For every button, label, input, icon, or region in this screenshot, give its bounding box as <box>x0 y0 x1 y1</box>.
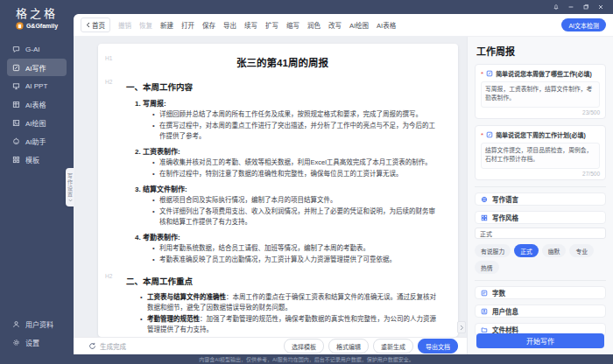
toolbar-continue-writing[interactable]: 续写 <box>244 20 257 30</box>
sidebar-item-label: AI写作 <box>25 63 46 73</box>
sidebar: 格之格 G&Gfamily G-AI AI写作 AI PPT AI表格 <box>0 0 74 354</box>
numbered-item: 2. 工资表制作: <box>135 146 439 156</box>
sidebar-item-ai-writing[interactable]: AI写作 <box>7 59 67 76</box>
next-week-field-card: * 简单说说您下周的工作计划(必填) 结算文件提交，项目品质检查，周例会，石材工… <box>475 125 606 180</box>
home-label: 首页 <box>92 20 105 30</box>
this-week-textarea[interactable]: 写周报，工资表制作，结算文件制作，考勤表制作。 <box>481 81 600 108</box>
chevron-down-icon <box>68 199 73 202</box>
pen-icon <box>12 64 20 72</box>
toolbar-new[interactable]: 新建 <box>160 20 173 30</box>
section-label: 字数 <box>492 288 505 298</box>
collapsed-settings-tab[interactable]: 写作设置 <box>66 168 74 206</box>
sidebar-item-ai-ppt[interactable]: AI PPT <box>7 77 67 94</box>
writing-language-section[interactable]: 写作语言 <box>475 192 606 206</box>
export-document-button[interactable]: 导出文档 <box>418 339 458 354</box>
required-asterisk: * <box>481 71 483 77</box>
ai-text-check-button[interactable]: AI文本检测 <box>561 18 606 32</box>
panel-title: 工作周报 <box>476 44 606 58</box>
chip-persuasive[interactable]: 有说服力 <box>475 244 511 257</box>
required-asterisk: * <box>481 132 483 138</box>
chip-humorous[interactable]: 幽默 <box>542 244 567 257</box>
toolbar-ai-draw[interactable]: AI绘图 <box>349 20 369 30</box>
sidebar-item-templates[interactable]: 模板 <box>7 150 67 168</box>
sidebar-item-ai-draw[interactable]: AI绘图 <box>7 114 67 131</box>
document-editor[interactable]: H1 张三的第41周的周报 H2 一、本周工作内容 1. 写周报: 详细回顾并总… <box>98 44 458 337</box>
toolbar-shorten-writing[interactable]: 缩写 <box>286 20 299 30</box>
app-window: 格之格 G&Gfamily G-AI AI写作 AI PPT AI表格 <box>0 0 613 364</box>
brand-name: G&Gfamily <box>26 23 58 29</box>
toolbar-polish[interactable]: 润色 <box>307 20 321 30</box>
format-edit-button[interactable]: 格式编辑 <box>328 339 369 354</box>
user-info-section[interactable]: 用户信息 <box>475 304 606 318</box>
sidebar-item-user-profile[interactable]: 用户资料 <box>7 315 67 332</box>
toolbar-rewrite[interactable]: 改写 <box>328 20 342 30</box>
bullet-item: 利用考勤系统数据，结合员工请假、加班等情况，编制了本周的考勤表。 <box>152 243 439 254</box>
collapsed-tab-label: 写作设置 <box>67 173 74 198</box>
toolbar-save[interactable]: 保存 <box>202 20 215 30</box>
maximize-icon[interactable] <box>582 4 589 10</box>
sidebar-item-label: G-AI <box>25 46 39 53</box>
regenerate-button[interactable]: 重新生成 <box>373 339 413 354</box>
sidebar-nav: G-AI AI写作 AI PPT AI表格 AI绘图 AI助手 <box>0 40 74 168</box>
gear-icon <box>12 339 20 346</box>
document-title: 张三的第41周的周报 <box>236 58 328 68</box>
panda-logo-icon <box>16 22 24 30</box>
sidebar-item-label: AI绘图 <box>25 118 46 128</box>
section-heading: 二、本周工作重点 <box>126 276 193 286</box>
main-area: 首页 撤销 恢复 新建 打开 保存 导出 续写 扩写 缩写 润色 改写 AI绘图… <box>74 14 613 354</box>
toolbar-expand-writing[interactable]: 扩写 <box>265 20 278 30</box>
minimize-icon[interactable] <box>567 4 574 10</box>
h2-marker: H2 <box>105 79 112 85</box>
h2-marker: H2 <box>105 273 112 279</box>
style-grid-icon <box>481 214 488 221</box>
section-label: 写作语言 <box>492 194 518 204</box>
word-count-icon <box>481 290 488 297</box>
style-input[interactable]: 正式 <box>475 228 606 239</box>
next-week-textarea[interactable]: 结算文件提交，项目品质检查，周例会，石材工作预计存档。 <box>481 143 600 169</box>
sidebar-item-label: 模板 <box>25 155 39 164</box>
chevron-left-icon <box>86 22 90 28</box>
sidebar-item-g-ai[interactable]: G-AI <box>7 40 67 58</box>
h1-marker: H1 <box>105 55 112 61</box>
style-chips: 有说服力 正式 幽默 专业 热情 <box>475 244 606 274</box>
template-grid-icon <box>12 156 20 164</box>
bullet-item: 根据项目合同及实际执行情况，编制了本月的项目结算文件。 <box>152 195 439 206</box>
bullet-item: 在撰写过程中，对本周的重点工作进行了突出描述，并分析了工作中的亮点与不足，为今后… <box>152 121 439 142</box>
toolbar-redo[interactable]: 恢复 <box>139 20 152 30</box>
section-heading: 一、本周工作内容 <box>126 82 193 92</box>
titlebar <box>74 0 613 14</box>
bullet-item: 考勤管理的规范性：加强了考勤管理的规范性，确保考勤数据的真实性和完整性，为公司的… <box>140 314 439 335</box>
close-icon[interactable] <box>597 4 604 10</box>
sidebar-item-settings[interactable]: 设置 <box>7 333 67 351</box>
word-count-section[interactable]: 字数 <box>475 286 606 299</box>
toolbar-undo[interactable]: 撤销 <box>118 20 131 30</box>
numbered-item: 1. 写周报: <box>135 98 439 108</box>
choose-template-button[interactable]: 选择模板 <box>284 339 324 354</box>
refresh-icon <box>88 342 96 350</box>
edit-note-icon <box>486 131 493 138</box>
bell-icon[interactable] <box>553 4 560 10</box>
edit-note-icon <box>486 70 493 77</box>
sidebar-item-ai-assistant[interactable]: AI助手 <box>7 132 67 150</box>
toolbar-export[interactable]: 导出 <box>223 20 236 30</box>
start-writing-button[interactable]: 开始写作 <box>476 333 604 348</box>
chat-icon <box>12 46 20 53</box>
char-counter: 23/500 <box>481 109 600 116</box>
numbered-item: 3. 结算文件制作: <box>135 184 439 193</box>
sidebar-item-ai-table[interactable]: AI表格 <box>7 95 67 113</box>
this-week-field-card: * 简单说说您本周做了哪些工作(必填) 写周报，工资表制作，结算文件制作，考勤表… <box>475 64 606 119</box>
home-button[interactable]: 首页 <box>81 18 110 32</box>
bullet-item: 考勤表准确反映了员工的出勤情况，为工资计算及人力资源管理提供了可靠依据。 <box>152 255 439 265</box>
toolbar-ai-table[interactable]: AI表格 <box>377 20 396 30</box>
chip-professional[interactable]: 专业 <box>569 244 594 257</box>
collapse-right-panel-handle[interactable] <box>457 321 466 333</box>
chip-enthusiastic[interactable]: 热情 <box>475 261 499 274</box>
writing-style-section[interactable]: 写作风格 <box>475 211 606 224</box>
generation-status: 生成完成 <box>88 341 126 351</box>
sidebar-footer: 用户资料 设置 <box>0 314 74 352</box>
brand-row: G&Gfamily <box>0 22 74 30</box>
toolbar-open[interactable]: 打开 <box>181 20 194 30</box>
divider <box>475 186 606 187</box>
bullet-item: 详细回顾并总结了本周的所有工作任务及成果，按照规定格式和要求，完成了周报的撰写。 <box>152 109 439 120</box>
chip-formal[interactable]: 正式 <box>514 244 539 257</box>
